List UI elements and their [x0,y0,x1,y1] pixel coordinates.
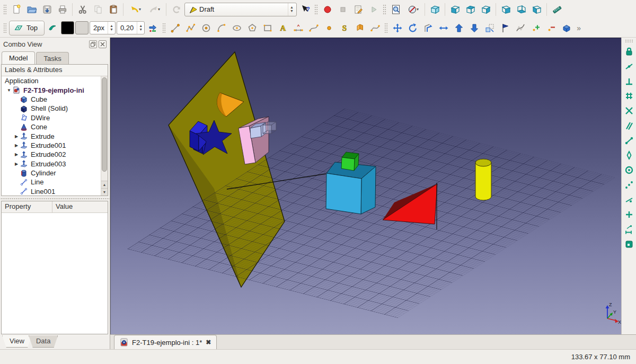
snap-endpoint-button[interactable] [622,133,636,147]
scrollbar-thumb[interactable] [102,77,107,172]
draft-downgrade-button[interactable] [467,21,481,35]
tab-data[interactable]: Data [29,335,58,348]
toolbar-grip[interactable] [314,4,318,15]
scroll-down-button[interactable]: ▼ [101,188,108,196]
draft-arc-button[interactable] [214,21,228,35]
measure-button[interactable] [550,2,564,16]
redo-button[interactable]: ▾ [145,2,163,16]
draft-text-button[interactable]: A [276,21,290,35]
dropdown-caret-icon[interactable]: ▾ [417,7,419,12]
tree-item-cylinder[interactable]: Cylinder [2,168,101,177]
draft-addpoint-button[interactable] [528,21,543,35]
cut-button[interactable] [75,2,90,16]
draft-line-button[interactable] [168,21,182,35]
snap-workingplane-button[interactable] [622,237,636,251]
draft-move-button[interactable] [390,21,404,35]
toolbar-grip[interactable] [384,23,388,33]
snap-center-button[interactable] [622,163,636,177]
draft-upgrade-button[interactable] [452,21,466,35]
3d-viewport[interactable]: Z Y X [110,38,621,334]
scroll-up-button[interactable]: ▲ [101,181,108,188]
tab-model[interactable]: Model [2,51,35,64]
copy-button[interactable] [91,2,105,16]
snap-grid-button[interactable] [622,88,636,103]
yellow-cylinder-object[interactable] [475,159,491,200]
expander-icon[interactable]: ▶ [13,134,20,139]
macro-stop-button[interactable] [335,2,350,16]
panel-splitter[interactable] [0,197,110,200]
draft-wire-button[interactable] [183,21,198,35]
snap-near-button[interactable] [622,192,636,207]
close-panel-button[interactable] [99,40,107,48]
print-button[interactable] [55,2,69,16]
line-width-spin[interactable]: 2px▲▼ [90,21,116,34]
tree-item-dwire[interactable]: DWire [2,113,101,122]
scale-spin[interactable]: 0,20▲▼ [117,21,145,34]
undo-button[interactable]: ▾ [126,2,144,16]
tree-item-shell-solid-[interactable]: Shell (Solid) [2,104,101,113]
snap-extension-button[interactable] [622,207,636,221]
snap-midpoint-button[interactable] [622,59,636,73]
draft-dimension-button[interactable] [291,21,305,35]
toolbar-grip[interactable] [383,4,386,15]
new-file-button[interactable] [9,2,23,16]
snap-lock-button[interactable] [622,44,636,58]
fit-all-button[interactable] [388,2,403,16]
float-panel-button[interactable] [89,40,97,48]
draft-bspline-button[interactable] [306,21,321,35]
tab-tasks[interactable]: Tasks [36,52,68,64]
view-right-button[interactable] [479,2,493,16]
close-document-icon[interactable]: ✖ [206,339,211,346]
tree-item-cube[interactable]: Cube [2,95,101,104]
construction-mode-button[interactable] [46,21,60,35]
toolbar-grip[interactable] [3,4,7,15]
spinner-arrows-icon[interactable]: ▲▼ [108,22,115,34]
tree-item-application[interactable]: Application [2,76,101,85]
draft-bezcurve-button[interactable] [368,21,382,35]
expander-icon[interactable]: ▼ [6,88,12,93]
draft-facebinder-button[interactable] [352,21,367,35]
snap-parallel-button[interactable] [622,118,636,132]
macro-play-button[interactable] [366,2,381,16]
line-color-swatch[interactable] [61,21,74,34]
tree-item-line[interactable]: Line [2,177,101,187]
draft-2sketch-button[interactable] [559,21,573,35]
toolbar-overflow-button[interactable]: » [575,24,583,32]
expander-icon[interactable]: ▶ [13,143,20,148]
draw-style-button[interactable]: ▾ [404,2,422,16]
tree-item-extrude001[interactable]: ▶Extrude001 [2,141,101,150]
view-top-button[interactable] [463,2,478,16]
draft-wire2bspline-button[interactable] [513,21,527,35]
view-rear-button[interactable] [499,2,513,16]
draft-circle-button[interactable] [199,21,213,35]
refresh-button[interactable] [169,2,183,16]
macro-record-button[interactable] [320,2,334,16]
tree-item-extrude[interactable]: ▶Extrude [2,131,101,140]
snap-perpendicular-button[interactable] [622,74,636,88]
toolbar-grip[interactable] [162,23,166,33]
workbench-selector[interactable]: Draft▲▼ [184,3,297,16]
draft-scale-button[interactable] [482,21,497,35]
draft-rotate-button[interactable] [405,21,420,35]
draft-offset-button[interactable] [421,21,435,35]
working-plane-button[interactable]: Top [9,21,45,35]
tree-item-document[interactable]: ▼F2-T19-ejemplo-ini [2,85,101,94]
view-front-button[interactable] [448,2,462,16]
draft-polygon-button[interactable] [245,21,259,35]
dropdown-caret-icon[interactable]: ▾ [158,7,160,12]
tree-scrollbar[interactable]: ▲ ▼ [101,76,108,196]
snap-angle-button[interactable] [622,148,636,162]
macro-edit-button[interactable] [351,2,365,16]
spinner-arrows-icon[interactable]: ▲▼ [137,22,144,34]
snap-ortho-button[interactable] [622,177,636,192]
draft-delpoint-button[interactable] [544,21,558,35]
draft-ellipse-button[interactable] [229,21,244,35]
dropdown-caret-icon[interactable]: ▾ [139,7,141,12]
view-axonometric-button[interactable] [428,2,442,16]
draft-trimex-button[interactable] [436,21,450,35]
whats-this-button[interactable]: ? [298,2,312,16]
toolbar-grip[interactable] [625,39,633,42]
tab-view[interactable]: View [2,335,32,348]
view-left-button[interactable] [529,2,544,16]
tree-item-line001[interactable]: Line001 [2,187,101,196]
